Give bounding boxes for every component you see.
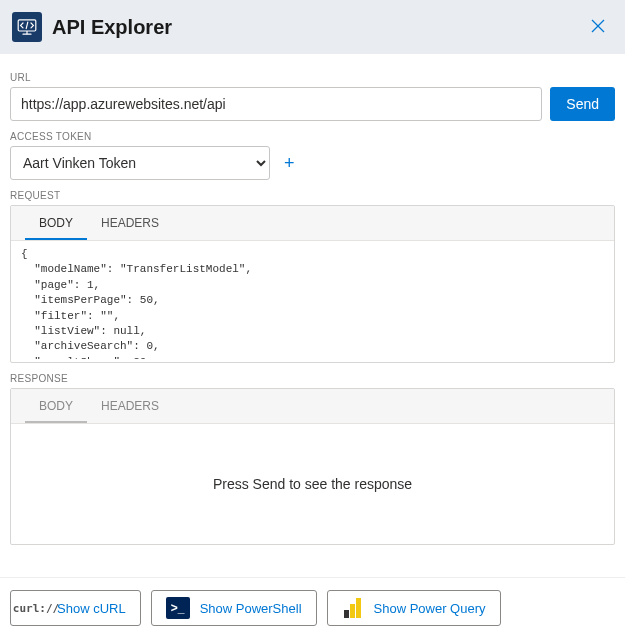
content: URL Send ACCESS TOKEN Aart Vinken Token … [0,54,625,557]
show-powerquery-label: Show Power Query [374,601,486,616]
access-token-select[interactable]: Aart Vinken Token [10,146,270,180]
url-input[interactable] [10,87,542,121]
powerquery-icon [342,597,364,619]
request-panel: BODY HEADERS [10,205,615,363]
response-placeholder: Press Send to see the response [11,424,614,544]
curl-icon: curl:// [25,597,47,619]
response-tabs: BODY HEADERS [11,389,614,424]
plus-icon: + [284,153,295,173]
request-body-textarea[interactable] [11,241,614,359]
page-title: API Explorer [52,16,583,39]
send-button[interactable]: Send [550,87,615,121]
url-label: URL [10,72,615,83]
token-row: Aart Vinken Token + [10,146,615,180]
tab-request-headers[interactable]: HEADERS [87,206,173,240]
footer: curl:// Show cURL >_ Show PowerShell Sho… [0,577,625,637]
tab-response-headers[interactable]: HEADERS [87,389,173,423]
access-token-label: ACCESS TOKEN [10,131,615,142]
tab-response-body[interactable]: BODY [25,389,87,423]
close-icon [591,17,605,37]
add-token-button[interactable]: + [280,149,299,178]
svg-rect-6 [344,610,349,618]
tab-request-body[interactable]: BODY [25,206,87,240]
svg-line-1 [26,22,28,28]
close-button[interactable] [583,13,613,42]
show-powerquery-button[interactable]: Show Power Query [327,590,501,626]
show-curl-label: Show cURL [57,601,126,616]
header: API Explorer [0,0,625,54]
show-curl-button[interactable]: curl:// Show cURL [10,590,141,626]
show-powershell-label: Show PowerShell [200,601,302,616]
response-label: RESPONSE [10,373,615,384]
svg-rect-8 [356,598,361,618]
show-powershell-button[interactable]: >_ Show PowerShell [151,590,317,626]
request-label: REQUEST [10,190,615,201]
api-explorer-icon [12,12,42,42]
url-row: Send [10,87,615,121]
request-tabs: BODY HEADERS [11,206,614,241]
svg-rect-7 [350,604,355,618]
response-panel: BODY HEADERS Press Send to see the respo… [10,388,615,545]
powershell-icon: >_ [166,597,190,619]
